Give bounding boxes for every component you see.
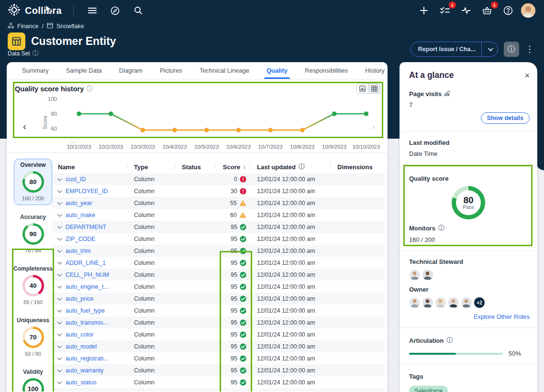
basket-icon[interactable]: 1 (479, 2, 495, 19)
more-options-button[interactable]: ⋮ (525, 44, 534, 54)
column-name-link[interactable]: auto_status (66, 379, 97, 386)
chart-scroll-left-button[interactable]: ‹ (21, 120, 28, 133)
expand-row-icon[interactable] (57, 355, 62, 360)
column-name-link[interactable]: auto_engine_t... (66, 283, 109, 290)
column-name-link[interactable]: auto_price (66, 295, 93, 302)
column-name-link[interactable]: auto_year (66, 200, 92, 207)
last-updated-info-icon[interactable]: ⓘ (299, 163, 305, 171)
column-name-link[interactable]: CELL_PH_NUM (66, 272, 109, 278)
user-avatar[interactable] (521, 3, 535, 18)
monitors-info-icon[interactable]: ⓘ (438, 224, 444, 232)
column-header-name[interactable]: Name (52, 163, 127, 171)
columns-table: NameTypeStatusScore↓Last updatedⓘDimensi… (52, 161, 385, 392)
panel-info-button[interactable]: ⓘ (504, 42, 519, 57)
person-avatar[interactable] (409, 269, 421, 281)
column-header-score[interactable]: Score↓ (216, 163, 250, 171)
dimension-uniqueness[interactable]: Uniqueness7063 / 90 (14, 315, 52, 360)
report-dropdown-chevron-icon[interactable] (481, 42, 498, 56)
table-view-button[interactable] (368, 83, 380, 94)
column-name-link[interactable]: auto_registrati... (66, 355, 109, 362)
tab-sample-data[interactable]: Sample Data (66, 67, 102, 79)
close-icon[interactable]: × (524, 71, 530, 80)
column-header-last-updated[interactable]: Last updatedⓘ (250, 163, 331, 171)
column-last-updated: 12/01/24 12:00:00 am (250, 200, 331, 207)
expand-row-icon[interactable] (57, 224, 62, 229)
column-header-dimensions[interactable]: Dimensions (331, 163, 382, 171)
chart-info-icon[interactable]: ⓘ (87, 85, 93, 93)
expand-row-icon[interactable] (57, 200, 62, 205)
expand-row-icon[interactable] (57, 331, 62, 336)
person-avatar[interactable] (461, 297, 472, 308)
breadcrumb-community[interactable]: Finance (17, 23, 38, 30)
column-name-link[interactable]: auto_warranty (66, 367, 103, 374)
column-name-link[interactable]: auto_trim (66, 248, 90, 254)
chart-scroll-right-button[interactable]: › (370, 120, 377, 133)
person-avatar[interactable] (422, 297, 433, 308)
expand-row-icon[interactable] (57, 295, 62, 300)
create-plus-icon[interactable] (416, 2, 432, 19)
tab-technical-lineage[interactable]: Technical Lineage (199, 67, 250, 79)
expand-row-icon[interactable] (57, 307, 62, 312)
chart-view-button[interactable] (356, 83, 368, 94)
expand-row-icon[interactable] (57, 236, 62, 240)
dimension-overview[interactable]: Overview80160 / 200 (14, 159, 52, 205)
compass-icon[interactable] (107, 2, 123, 19)
person-avatar[interactable] (409, 297, 421, 308)
help-icon[interactable] (500, 2, 516, 19)
table-header-row: NameTypeStatusScore↓Last updatedⓘDimensi… (52, 161, 385, 173)
tab-diagram[interactable]: Diagram (119, 67, 143, 79)
search-icon[interactable] (130, 2, 146, 19)
column-name-link[interactable]: ZIP_CODE (66, 236, 96, 242)
column-name-link[interactable]: cust_ID (66, 176, 86, 183)
column-name-link[interactable]: auto_fuel_type (66, 307, 105, 314)
expand-row-icon[interactable] (57, 343, 62, 348)
person-avatar[interactable] (448, 297, 459, 308)
column-last-updated: 12/01/24 12:00:00 am (250, 188, 331, 195)
column-header-type[interactable]: Type (127, 163, 175, 171)
dimension-completeness[interactable]: Completeness4065 / 160 (14, 263, 52, 308)
dimension-accuracy[interactable]: Accuracy9076 / 84 (14, 211, 52, 257)
column-name-link[interactable]: DEPARTMENT (66, 224, 106, 230)
report-issue-button[interactable]: Report Issue / Cha... (411, 42, 498, 57)
column-name-link[interactable]: auto_transmis... (66, 319, 108, 326)
expand-row-icon[interactable] (57, 319, 62, 324)
expand-row-icon[interactable] (57, 272, 62, 276)
tasks-icon[interactable]: 1 (437, 2, 453, 19)
column-name-link[interactable]: auto_color (66, 331, 93, 338)
tab-history[interactable]: History (365, 67, 385, 79)
tags-list: Salesforce (400, 380, 537, 392)
expand-row-icon[interactable] (57, 248, 62, 252)
person-avatar[interactable] (435, 297, 446, 308)
column-score-value: 95 (231, 355, 237, 362)
explore-other-roles-link[interactable]: Explore Other Roles (474, 313, 530, 320)
activity-icon[interactable] (458, 2, 474, 19)
tag-chip[interactable]: Salesforce (409, 386, 448, 392)
column-score-value: 95 (231, 272, 237, 278)
owner-overflow-badge[interactable]: +2 (474, 297, 485, 308)
tab-responsibilities[interactable]: Responsibilities (304, 67, 348, 79)
expand-row-icon[interactable] (57, 283, 62, 288)
tab-quality[interactable]: Quality (266, 67, 288, 79)
brand-name[interactable]: Collibra (25, 5, 62, 16)
expand-row-icon[interactable] (57, 212, 62, 217)
expand-row-icon[interactable] (57, 260, 62, 264)
person-avatar[interactable] (422, 269, 433, 281)
show-details-button[interactable]: Show details (481, 112, 530, 124)
column-name-link[interactable]: ADDR_LINE_1 (66, 260, 106, 266)
articulation-info-icon[interactable]: ⓘ (446, 336, 453, 345)
expand-row-icon[interactable] (57, 379, 62, 384)
expand-row-icon[interactable] (57, 367, 62, 372)
expand-row-icon[interactable] (57, 176, 62, 181)
column-name-link[interactable]: auto_model (66, 343, 97, 350)
breadcrumb-domain[interactable]: Snowflake (56, 23, 84, 30)
sort-descending-icon[interactable]: ↓ (243, 163, 246, 170)
menu-icon[interactable] (84, 2, 100, 19)
asset-type-info-icon[interactable]: ⓘ (33, 49, 39, 58)
column-name-link[interactable]: EMPLOYEE_ID (66, 188, 108, 195)
expand-row-icon[interactable] (57, 188, 62, 193)
column-header-status[interactable]: Status (175, 163, 216, 171)
column-name-link[interactable]: auto_make (66, 212, 95, 218)
tab-pictures[interactable]: Pictures (159, 67, 183, 79)
dimension-validity[interactable]: Validity100180 / 180 (14, 366, 52, 392)
tab-summary[interactable]: Summary (22, 67, 49, 79)
